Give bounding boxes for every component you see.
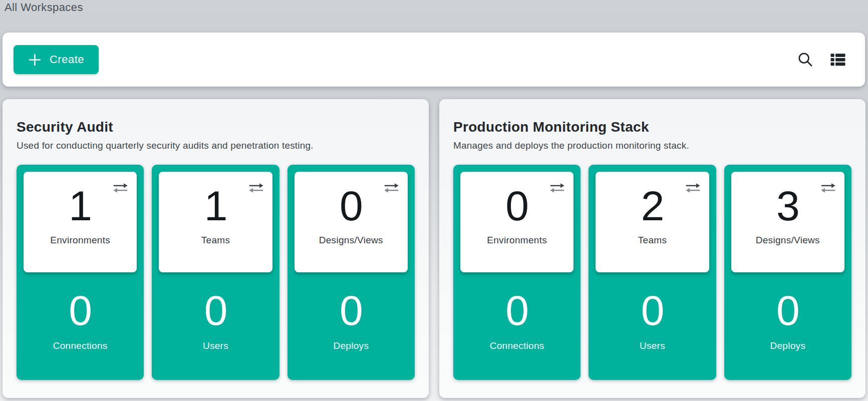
stat-count: 0: [69, 289, 92, 331]
workspace-toolbar: Create: [3, 33, 865, 87]
stat-count: 0: [204, 289, 227, 331]
stat-card-bottom: 0 Deploys: [731, 272, 844, 373]
workspace-card-security-audit[interactable]: Security Audit Used for conducting quart…: [3, 99, 429, 398]
stat-label: Users: [640, 340, 665, 351]
workspace-card-production-monitoring-stack[interactable]: Production Monitoring Stack Manages and …: [439, 99, 865, 398]
stat-count: 0: [340, 185, 363, 227]
search-button[interactable]: [797, 51, 814, 68]
workspace-title: Security Audit: [17, 119, 415, 135]
workspaces-grid: Security Audit Used for conducting quart…: [3, 99, 865, 398]
list-view-icon: [829, 52, 847, 68]
stat-tile-teams[interactable]: 2 Teams 0 Users: [589, 165, 716, 380]
stat-label: Deploys: [770, 340, 805, 351]
stat-count: 3: [776, 185, 799, 227]
create-button-label: Create: [50, 53, 84, 66]
stat-label: Teams: [201, 235, 230, 246]
stat-card-top: 0 Environments: [460, 172, 573, 272]
stat-tile-designs-views[interactable]: 0 Designs/Views 0 Deploys: [287, 165, 415, 380]
stat-card-top: 0 Designs/Views: [295, 172, 408, 272]
stat-label: Teams: [638, 235, 667, 246]
stat-card-top: 1 Environments: [24, 172, 137, 272]
stat-card-bottom: 0 Users: [159, 272, 272, 373]
stat-card-top: 2 Teams: [596, 172, 709, 272]
stat-count: 0: [505, 289, 528, 331]
stat-label: Environments: [50, 235, 110, 246]
stat-count: 1: [204, 185, 227, 227]
stat-label: Designs/Views: [319, 235, 383, 246]
sync-alt-icon[interactable]: [113, 183, 128, 193]
stat-tile-environments[interactable]: 1 Environments 0 Connections: [17, 165, 144, 380]
stat-card-bottom: 0 Connections: [460, 272, 573, 373]
stat-label: Users: [203, 340, 228, 351]
search-icon: [797, 51, 814, 68]
stat-card-bottom: 0 Deploys: [295, 272, 408, 373]
sync-alt-icon[interactable]: [820, 183, 836, 193]
sync-alt-icon[interactable]: [685, 183, 701, 193]
stat-count: 0: [505, 185, 528, 227]
workspace-description: Manages and deploys the production monit…: [453, 140, 851, 151]
stat-count: 1: [69, 185, 92, 227]
stat-label: Designs/Views: [756, 235, 820, 246]
sync-alt-icon[interactable]: [549, 183, 565, 193]
stat-label: Deploys: [333, 340, 369, 351]
stat-count: 0: [641, 289, 664, 331]
stat-card-bottom: 0 Users: [596, 272, 709, 373]
stat-label: Environments: [487, 235, 547, 246]
stat-tile-teams[interactable]: 1 Teams 0 Users: [152, 165, 279, 380]
stat-card-top: 3 Designs/Views: [731, 172, 844, 272]
stat-tiles-row: 1 Environments 0 Connections 1 Teams: [17, 165, 415, 380]
sync-alt-icon[interactable]: [248, 183, 264, 193]
stat-tile-environments[interactable]: 0 Environments 0 Connections: [453, 165, 581, 380]
workspace-description: Used for conducting quarterly security a…: [17, 140, 415, 151]
toolbar-icon-group: [797, 51, 854, 68]
stat-count: 2: [641, 185, 664, 227]
stat-card-bottom: 0 Connections: [24, 272, 137, 373]
workspace-title: Production Monitoring Stack: [453, 119, 851, 135]
page-title: All Workspaces: [5, 1, 83, 14]
stat-label: Connections: [490, 340, 544, 351]
stat-label: Connections: [53, 340, 108, 351]
create-button[interactable]: Create: [14, 45, 99, 74]
stat-count: 0: [340, 289, 363, 331]
stat-card-top: 1 Teams: [159, 172, 272, 272]
list-view-toggle-button[interactable]: [829, 52, 847, 68]
sync-alt-icon[interactable]: [384, 183, 399, 193]
stat-tile-designs-views[interactable]: 3 Designs/Views 0 Deploys: [724, 165, 851, 380]
stat-count: 0: [776, 289, 799, 331]
stat-tiles-row: 0 Environments 0 Connections 2 Teams: [453, 165, 851, 380]
plus-icon: [28, 53, 42, 67]
